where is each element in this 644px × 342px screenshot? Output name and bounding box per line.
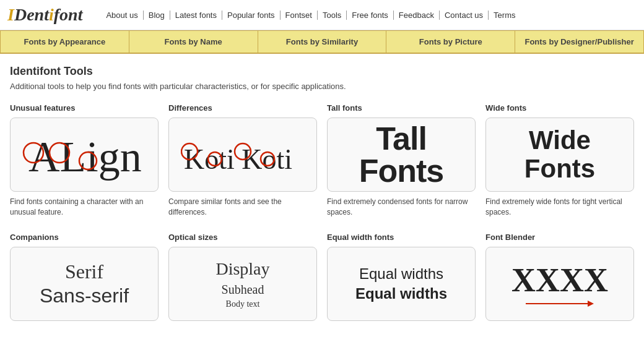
tall-image[interactable]: TallFonts: [327, 118, 476, 192]
tool-blender: Font Blender XXXX: [485, 233, 634, 326]
page-title: Identifont Tools: [10, 65, 634, 78]
equal-title: Equal width fonts: [327, 233, 476, 242]
tool-wide: Wide fonts WideFonts Find extremely wide…: [485, 103, 634, 218]
svg-text:Koti Koti: Koti Koti: [184, 143, 292, 175]
tab-picture[interactable]: Fonts by Picture: [386, 30, 515, 53]
tab-similarity[interactable]: Fonts by Similarity: [258, 30, 387, 53]
blender-title: Font Blender: [485, 233, 634, 242]
tall-text: TallFonts: [359, 122, 444, 187]
svg-text:ALign: ALign: [28, 133, 142, 181]
equal-text: Equal widths Equal widths: [355, 264, 447, 302]
unusual-svg: ALign: [22, 127, 146, 182]
tool-unusual: Unusual features ALign Find fonts contai…: [10, 103, 159, 218]
differences-desc: Compare similar fonts and see the differ…: [168, 197, 317, 218]
tab-designer[interactable]: Fonts by Designer/Publisher: [515, 30, 644, 53]
companions-text: Serif Sans-serif: [40, 260, 129, 307]
logo-letter-n: n: [68, 5, 78, 24]
nav-feedback[interactable]: Feedback: [394, 11, 440, 20]
tool-differences: Differences Koti Koti Compare similar fo…: [168, 103, 317, 218]
optical-image[interactable]: Display Subhead Body text: [168, 247, 317, 321]
logo-letter-i: I: [7, 5, 14, 24]
tab-bar: Fonts by Appearance Fonts by Name Fonts …: [0, 30, 644, 54]
wide-desc: Find extremely wide fonts for tight vert…: [485, 197, 634, 218]
differences-svg: Koti Koti: [181, 127, 305, 182]
optical-text: Display Subhead Body text: [215, 257, 269, 310]
nav-about[interactable]: About us: [101, 11, 143, 20]
logo-letter-n: n: [35, 5, 45, 24]
tool-companions: Companions Serif Sans-serif: [10, 233, 159, 326]
logo-letter-i2: i: [49, 5, 54, 24]
tab-appearance[interactable]: Fonts by Appearance: [0, 30, 129, 53]
logo-letter-e: e: [27, 5, 34, 24]
companions-title: Companions: [10, 233, 159, 242]
nav-contact[interactable]: Contact us: [440, 11, 489, 20]
companions-image[interactable]: Serif Sans-serif: [10, 247, 159, 321]
tall-title: Tall fonts: [327, 103, 476, 113]
blender-image[interactable]: XXXX: [485, 247, 634, 321]
nav-latest[interactable]: Latest fonts: [170, 11, 222, 20]
logo-letter-d: D: [14, 5, 27, 24]
equal-image[interactable]: Equal widths Equal widths: [327, 247, 476, 321]
unusual-desc: Find fonts containing a character with a…: [10, 197, 159, 218]
logo-letter-t2: t: [78, 5, 83, 24]
nav-free[interactable]: Free fonts: [347, 11, 394, 20]
tool-tall: Tall fonts TallFonts Find extremely cond…: [327, 103, 476, 218]
wide-title: Wide fonts: [485, 103, 634, 113]
blender-xxxx: XXXX: [511, 261, 608, 299]
wide-image[interactable]: WideFonts: [485, 118, 634, 192]
tool-equal: Equal width fonts Equal widths Equal wid…: [327, 233, 476, 326]
differences-title: Differences: [168, 103, 317, 113]
wide-text: WideFonts: [520, 121, 600, 188]
tools-grid: Unusual features ALign Find fonts contai…: [10, 103, 634, 326]
page-subtitle: Additional tools to help you find fonts …: [10, 82, 634, 91]
nav-blog[interactable]: Blog: [144, 11, 170, 20]
blender-content: XXXX: [511, 261, 608, 307]
nav-tools[interactable]: Tools: [318, 11, 347, 20]
tool-optical: Optical sizes Display Subhead Body text: [168, 233, 317, 326]
nav-fontset[interactable]: Fontset: [281, 11, 318, 20]
nav-popular[interactable]: Popular fonts: [222, 11, 281, 20]
nav-terms[interactable]: Terms: [489, 11, 520, 20]
logo-letter-f: f: [54, 5, 59, 24]
main-content: Identifont Tools Additional tools to hel…: [0, 54, 644, 337]
optical-title: Optical sizes: [168, 233, 317, 242]
differences-image[interactable]: Koti Koti: [168, 118, 317, 192]
unusual-title: Unusual features: [10, 103, 159, 113]
main-nav: About us Blog Latest fonts Popular fonts…: [101, 11, 520, 20]
tab-name[interactable]: Fonts by Name: [129, 30, 258, 53]
tall-desc: Find extremely condensed fonts for narro…: [327, 197, 476, 218]
header: IDentifont About us Blog Latest fonts Po…: [0, 0, 644, 30]
unusual-image[interactable]: ALign: [10, 118, 159, 192]
logo-letter-o: o: [59, 5, 68, 24]
logo[interactable]: IDentifont: [7, 5, 82, 25]
logo-letter-t: t: [44, 5, 49, 24]
